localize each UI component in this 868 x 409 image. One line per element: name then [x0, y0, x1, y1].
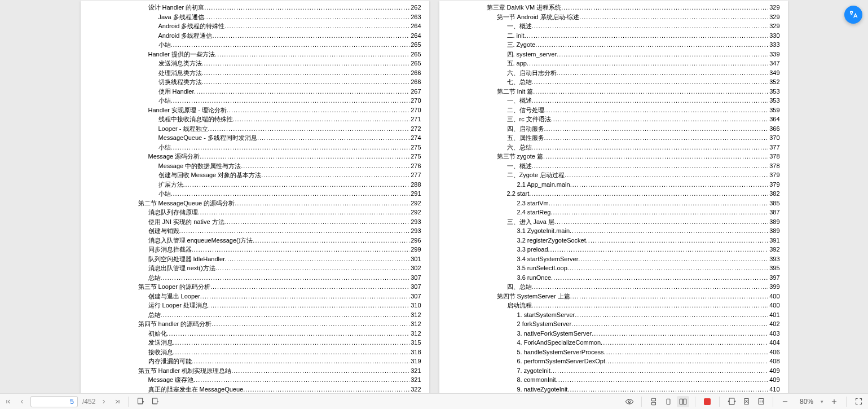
toc-entry[interactable]: 真正的阻塞发生在 MessageQueue...................… — [89, 385, 421, 394]
toc-entry[interactable]: 使用 Handler..............................… — [89, 87, 421, 96]
toc-entry[interactable]: 2.2 start...............................… — [447, 189, 780, 199]
translate-floating-button[interactable] — [844, 6, 862, 24]
toc-entry[interactable]: 2.4 startReg............................… — [447, 208, 780, 217]
toc-entry[interactable]: 第三节 zygote 篇............................… — [447, 152, 780, 161]
page-right[interactable]: 第三章 Dalvik VM 进程系统......................… — [439, 1, 788, 395]
toc-entry[interactable]: Handler 提供的一些方法.........................… — [89, 50, 421, 59]
toc-entry[interactable]: 小结......................................… — [89, 143, 421, 152]
toc-entry[interactable]: 初始化.....................................… — [89, 329, 421, 338]
toc-entry[interactable]: 创建与销毁...................................… — [89, 226, 421, 236]
toc-entry[interactable]: 第四节 SystemServer 上篇.....................… — [447, 292, 780, 301]
first-page-button[interactable] — [3, 397, 14, 407]
toc-entry[interactable]: 总结......................................… — [89, 310, 421, 320]
toc-entry[interactable]: 6. performSystemServerDexOpt............… — [447, 357, 780, 366]
toc-entry[interactable]: 第一节 Android 系统启动-综述.....................… — [447, 12, 780, 22]
toc-entry[interactable]: 第二节 Init 篇..............................… — [447, 87, 780, 96]
toc-entry[interactable]: Handler 实现原理 - 理论分析.....................… — [89, 105, 421, 115]
toc-entry[interactable]: 1. startSystemServer....................… — [447, 310, 780, 320]
toc-entry[interactable]: 发送消息....................................… — [89, 338, 421, 348]
toc-entry[interactable]: 队列空闲处理器 IdleHandler.....................… — [89, 254, 421, 264]
toc-entry[interactable]: 六、启动日志分析................................… — [447, 68, 780, 78]
toc-entry[interactable]: 3. nativeForkSystemServer...............… — [447, 329, 780, 338]
toc-entry[interactable]: 3.5 runSelectLoop.......................… — [447, 263, 780, 273]
toc-entry[interactable]: Java 多线程通信..............................… — [89, 12, 421, 22]
zoom-out-button[interactable] — [779, 396, 791, 407]
toc-entry[interactable]: 四、总结....................................… — [447, 282, 780, 292]
toc-entry[interactable]: 8. commonInit...........................… — [447, 375, 780, 385]
two-page-button[interactable] — [677, 396, 689, 407]
toc-entry[interactable]: 运行 Looper 处理消息..........................… — [89, 301, 421, 310]
toc-entry[interactable]: 四、启动服务..................................… — [447, 124, 780, 134]
toc-entry[interactable]: 五. app..................................… — [447, 59, 780, 68]
toc-entry[interactable]: 4. ForkAndSpecializeCommon..............… — [447, 338, 780, 348]
toc-entry[interactable]: 7. zygoteInit...........................… — [447, 366, 780, 376]
toc-entry[interactable]: 使用 JNI 实现的 native 方法....................… — [89, 217, 421, 227]
toc-entry[interactable]: 五、属性服务..................................… — [447, 133, 780, 143]
single-page-button[interactable] — [662, 396, 675, 407]
toc-entry[interactable]: Android 多线程的特殊性.........................… — [89, 21, 421, 31]
chevron-down-icon[interactable]: ▾ — [821, 399, 823, 404]
toc-entry[interactable]: 发送消息类方法.................................… — [89, 59, 421, 68]
next-page-button[interactable] — [99, 397, 109, 407]
zoom-in-button[interactable] — [828, 396, 840, 407]
last-page-button[interactable] — [112, 397, 122, 407]
toc-entry[interactable]: 2.1 App_main.main.......................… — [447, 180, 780, 190]
fit-page-button[interactable] — [740, 396, 752, 407]
fit-width-button[interactable] — [725, 396, 738, 407]
toc-entry[interactable]: 启动流程....................................… — [447, 301, 780, 310]
toc-entry[interactable]: 一、概述....................................… — [447, 21, 780, 31]
toc-entry[interactable]: 5. handleSystemServerProcess............… — [447, 348, 780, 357]
toc-entry[interactable]: 总结......................................… — [89, 273, 421, 283]
add-note-button[interactable] — [134, 396, 147, 407]
toc-entry[interactable]: Message 源码分析............................… — [89, 152, 421, 161]
toc-entry[interactable]: 3.6 runOnce.............................… — [447, 273, 780, 283]
toc-entry[interactable]: 第五节 Handler 机制实现原理总结....................… — [89, 366, 421, 376]
page-left[interactable]: 设计 Handler 的初衷..........................… — [81, 1, 429, 395]
toc-entry[interactable]: 设计 Handler 的初衷..........................… — [89, 3, 421, 12]
toc-entry[interactable]: 小结......................................… — [89, 40, 421, 50]
toc-entry[interactable]: 一、概述....................................… — [447, 96, 780, 105]
toc-entry[interactable]: 线程中接收消息端的特殊性............................… — [89, 115, 421, 124]
fullscreen-button[interactable] — [852, 396, 865, 407]
toc-entry[interactable]: 三. Zygote...............................… — [447, 40, 780, 50]
toc-entry[interactable]: 第二节 MessageQueue 的源码分析..................… — [89, 199, 421, 208]
toc-entry[interactable]: 第三节 Looper 的源码分析........................… — [89, 282, 421, 292]
toc-entry[interactable]: 第三章 Dalvik VM 进程系统......................… — [447, 3, 780, 12]
toc-entry[interactable]: 二、Zygote 启动过程...........................… — [447, 170, 780, 180]
toc-entry[interactable]: 消息队列存储原理................................… — [89, 208, 421, 217]
toc-entry[interactable]: 二. init.................................… — [447, 31, 780, 41]
eye-protect-button[interactable] — [623, 396, 636, 407]
toc-entry[interactable]: MessageQueue - 多线程同时发消息.................… — [89, 133, 421, 143]
toc-entry[interactable]: 三、rc 文件语法...............................… — [447, 115, 780, 124]
continuous-view-button[interactable] — [647, 396, 660, 407]
prev-page-button[interactable] — [17, 397, 27, 407]
toc-entry[interactable]: 第四节 handler 的源码分析.......................… — [89, 319, 421, 329]
toc-entry[interactable]: 2.3 startVm.............................… — [447, 199, 780, 208]
toc-entry[interactable]: 2 forkSystemServer......................… — [447, 319, 780, 329]
toc-entry[interactable]: 内存泄漏的可能.................................… — [89, 357, 421, 366]
toc-entry[interactable]: 消息入队管理 enqueueMessage()方法...............… — [89, 236, 421, 245]
toc-entry[interactable]: 七、总结....................................… — [447, 77, 780, 87]
toc-entry[interactable]: 9. nativeZygoteInit.....................… — [447, 385, 780, 394]
presentation-button[interactable] — [701, 396, 713, 407]
toc-entry[interactable]: 四. system_server........................… — [447, 50, 780, 59]
toc-entry[interactable]: Android 多线程通信...........................… — [89, 31, 421, 41]
toc-entry[interactable]: 六、总结....................................… — [447, 143, 780, 152]
toc-entry[interactable]: 一、概述....................................… — [447, 161, 780, 171]
page-number-input[interactable]: 5 — [30, 396, 78, 407]
toc-entry[interactable]: 三、进入 Java 层.............................… — [447, 217, 780, 227]
toc-entry[interactable]: Message 缓存池.............................… — [89, 375, 421, 385]
toc-entry[interactable]: 二、信号处理..................................… — [447, 105, 780, 115]
toc-entry[interactable]: 接收消息....................................… — [89, 348, 421, 357]
toc-entry[interactable]: 处理消息类方法.................................… — [89, 68, 421, 78]
toc-entry[interactable]: Message 中的数据属性与方法.......................… — [89, 161, 421, 171]
toc-entry[interactable]: 创建与回收 Message 对象的基本方法...................… — [89, 170, 421, 180]
toc-entry[interactable]: 3.4 startSystemServer...................… — [447, 254, 780, 264]
toc-entry[interactable]: 3.1 ZygoteInit.main.....................… — [447, 226, 780, 236]
toc-entry[interactable]: 消息出队管理 next()方法.........................… — [89, 263, 421, 273]
remove-note-button[interactable] — [149, 396, 161, 407]
toc-entry[interactable]: 3.3 preload.............................… — [447, 245, 780, 254]
actual-size-button[interactable] — [755, 396, 767, 407]
toc-entry[interactable]: Looper - 线程独立...........................… — [89, 124, 421, 134]
toc-entry[interactable]: 扩展方法....................................… — [89, 180, 421, 190]
